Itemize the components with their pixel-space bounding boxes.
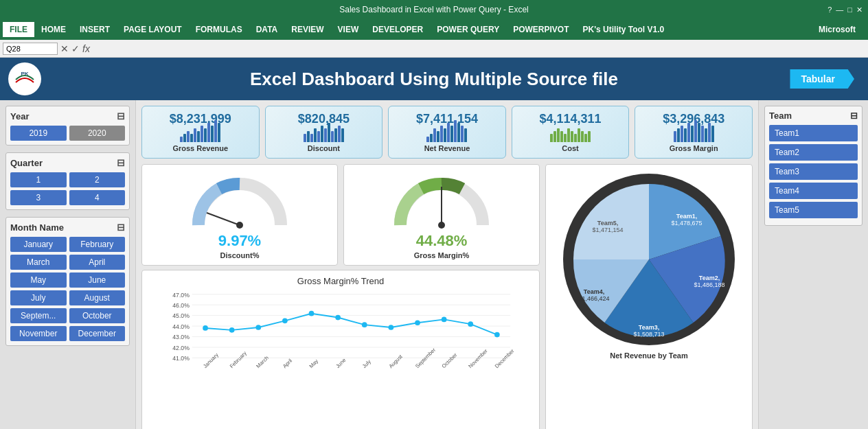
discount-gauge-value: 9.97% [148,232,332,250]
month-filter: Month Name ⊟ January February March Apri… [5,217,130,346]
svg-point-3 [236,222,243,229]
body-area: Year ⊟ 2019 2020 Quarter ⊟ 1 2 3 4 [0,100,868,429]
svg-text:Team5,: Team5, [597,220,618,227]
team4-btn[interactable]: Team4 [769,183,858,199]
svg-text:Team3,: Team3, [639,324,659,331]
team-filter-icon[interactable]: ⊟ [850,111,858,121]
svg-point-23 [282,318,288,323]
tab-file[interactable]: FILE [3,22,34,37]
tab-powerpivot[interactable]: POWERPIVOT [506,22,575,37]
insert-function-icon[interactable]: fx [82,43,90,54]
svg-text:$1,478,675: $1,478,675 [671,220,702,227]
quarter-3-btn[interactable]: 3 [10,190,67,205]
trend-chart-svg: 47.0% 46.0% 45.0% 44.0% 43.0% 42.0% 41.0… [148,289,534,385]
tab-view[interactable]: VIEW [331,22,366,37]
help-icon[interactable]: ? [827,5,832,14]
dashboard-title: Excel Dashboard Using Multiple Source fi… [250,69,618,90]
svg-text:March: March [255,355,270,370]
month-march-btn[interactable]: March [10,255,67,270]
left-sidebar: Year ⊟ 2019 2020 Quarter ⊟ 1 2 3 4 [0,100,136,429]
quarter-1-btn[interactable]: 1 [10,172,67,187]
svg-point-22 [255,325,261,330]
svg-point-25 [335,315,341,321]
svg-point-21 [229,327,235,333]
discount-gauge-label: Discount% [148,251,332,259]
cell-reference[interactable] [3,43,58,55]
team3-btn[interactable]: Team3 [769,163,858,180]
svg-text:Team4,: Team4, [584,288,604,295]
month-august-btn[interactable]: August [69,290,126,305]
month-september-btn[interactable]: Septem... [10,308,67,323]
close-icon[interactable]: ✕ [856,5,863,14]
month-june-btn[interactable]: June [69,273,126,288]
minimize-icon[interactable]: — [836,5,843,14]
svg-text:August: August [387,353,404,369]
kpi-discount: $820,845 Dis [265,106,383,159]
cancel-formula-icon[interactable]: ✕ [60,43,69,54]
maximize-icon[interactable]: □ [847,5,852,14]
month-october-btn[interactable]: October [69,308,126,323]
svg-text:47.0%: 47.0% [172,292,190,299]
logo: PK [8,62,41,95]
tab-data[interactable]: DATA [249,22,285,37]
formula-bar: ✕ ✓ fx [0,40,868,58]
tab-developer[interactable]: DEVELOPER [365,22,430,37]
quarter-4-btn[interactable]: 4 [69,190,126,205]
team1-btn[interactable]: Team1 [769,125,858,141]
team-filter-title: Team ⊟ [769,111,858,121]
team5-btn[interactable]: Team5 [769,202,858,218]
month-january-btn[interactable]: January [10,237,67,252]
svg-point-20 [203,325,208,331]
month-december-btn[interactable]: December [69,326,126,341]
year-filter-grid: 2019 2020 [10,126,125,141]
svg-text:$1,471,154: $1,471,154 [592,227,623,233]
month-filter-icon[interactable]: ⊟ [117,222,125,233]
gross-margin-label: Gross Margin [641,144,746,152]
gross-margin-gauge-value: 44.48% [350,232,534,250]
tab-review[interactable]: REVIEW [284,22,330,37]
svg-text:November: November [467,347,489,369]
tabular-button[interactable]: Tabular [790,69,854,89]
kpi-row: $8,231,999 G [141,106,753,159]
svg-text:January: January [202,351,220,369]
pie-chart-title: Net Revenue by Team [610,351,688,360]
tab-microsoft[interactable]: Microsoft [812,22,863,37]
svg-point-26 [362,322,367,327]
year-2020-btn[interactable]: 2020 [69,126,126,141]
main-content: $8,231,999 G [136,100,758,429]
month-july-btn[interactable]: July [10,290,67,305]
gross-margin-sparkline [641,128,746,142]
discount-gauge-container: 9.97% Discount% [141,164,338,266]
tab-power-query[interactable]: POWER QUERY [430,22,506,37]
tab-formulas[interactable]: FORMULAS [189,22,249,37]
tab-page-layout[interactable]: PAGE LAYOUT [117,22,189,37]
team2-btn[interactable]: Team2 [769,144,858,161]
pie-chart-svg: Team1, $1,478,675 Team2, $1,486,188 Team… [560,170,738,349]
svg-text:41.0%: 41.0% [172,355,190,362]
svg-text:June: June [334,357,347,369]
team-filter: Team ⊟ Team1 Team2 Team3 Team4 Team5 [764,106,863,226]
svg-text:42.0%: 42.0% [172,345,190,351]
discount-label: Discount [271,144,377,152]
gross-revenue-value: $8,231,999 [148,112,253,126]
window-controls[interactable]: ? — □ ✕ [827,5,863,14]
month-february-btn[interactable]: February [69,237,126,252]
formula-input[interactable] [93,43,865,55]
month-april-btn[interactable]: April [69,255,126,270]
gross-margin-gauge-label: Gross Margin% [350,251,534,259]
month-may-btn[interactable]: May [10,273,67,288]
year-filter: Year ⊟ 2019 2020 [5,106,130,146]
tab-utility[interactable]: PK's Utility Tool V1.0 [576,22,672,37]
tab-home[interactable]: HOME [34,22,73,37]
quarter-2-btn[interactable]: 2 [69,172,126,187]
confirm-formula-icon[interactable]: ✓ [71,43,80,54]
quarter-filter-icon[interactable]: ⊟ [117,157,125,168]
year-filter-icon[interactable]: ⊟ [117,111,125,121]
tab-insert[interactable]: INSERT [73,22,117,37]
discount-sparkline [271,128,377,142]
year-2019-btn[interactable]: 2019 [10,126,67,141]
month-november-btn[interactable]: November [10,326,67,341]
svg-text:April: April [282,358,293,369]
svg-text:December: December [494,347,516,369]
kpi-cost: $4,114,311 C [512,106,630,159]
